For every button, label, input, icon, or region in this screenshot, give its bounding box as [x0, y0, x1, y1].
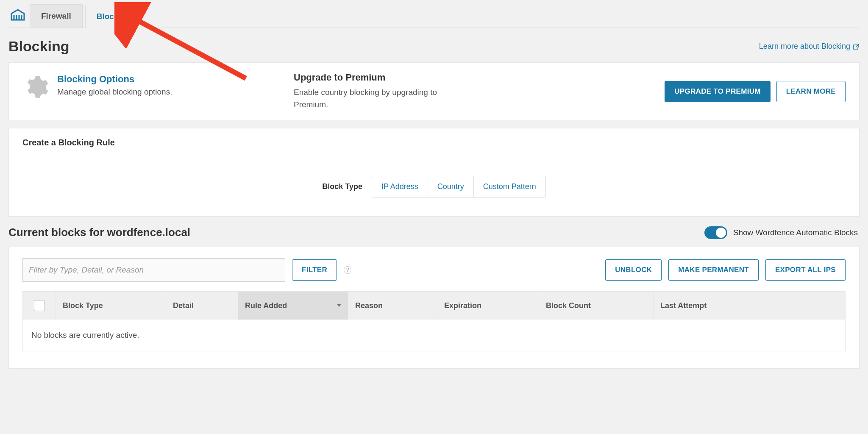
blocks-table: Block Type Detail Rule Added Reason Expi…: [22, 291, 846, 351]
help-icon[interactable]: ?: [344, 266, 351, 274]
table-header-rule-added[interactable]: Rule Added: [238, 292, 348, 320]
learn-more-blocking-link[interactable]: Learn more about Blocking: [759, 42, 860, 51]
blocking-options-card[interactable]: Blocking Options Manage global blocking …: [9, 63, 280, 120]
show-auto-blocks-label: Show Wordfence Automatic Blocks: [733, 228, 858, 237]
make-permanent-button[interactable]: MAKE PERMANENT: [668, 259, 759, 281]
table-header-select-all[interactable]: [23, 292, 56, 320]
sort-desc-icon: [337, 304, 341, 307]
block-type-custom[interactable]: Custom Pattern: [474, 176, 546, 198]
export-all-ips-button[interactable]: EXPORT ALL IPS: [765, 259, 846, 281]
tab-blocking[interactable]: Blocking: [85, 5, 142, 28]
create-blocking-rule-heading: Create a Blocking Rule: [9, 128, 859, 157]
block-type-country[interactable]: Country: [428, 176, 474, 198]
select-all-checkbox[interactable]: [34, 300, 45, 311]
table-empty-message: No blocks are currently active.: [23, 320, 845, 351]
block-type-label: Block Type: [322, 182, 362, 191]
block-type-ip[interactable]: IP Address: [372, 176, 428, 198]
upgrade-to-premium-button[interactable]: UPGRADE TO PREMIUM: [665, 81, 770, 102]
show-auto-blocks-toggle[interactable]: [704, 226, 727, 239]
external-link-icon: [853, 43, 860, 50]
table-header-reason[interactable]: Reason: [348, 292, 437, 320]
upgrade-premium-text: Enable country blocking by upgrading to …: [294, 86, 438, 111]
table-header-detail[interactable]: Detail: [166, 292, 238, 320]
unblock-button[interactable]: UNBLOCK: [605, 259, 662, 281]
tab-firewall[interactable]: Firewall: [30, 4, 83, 28]
current-blocks-heading: Current blocks for wordfence.local: [8, 226, 190, 239]
filter-button[interactable]: FILTER: [292, 259, 337, 281]
upgrade-premium-title: Upgrade to Premium: [294, 72, 438, 83]
blocking-options-title: Blocking Options: [57, 74, 172, 85]
wordfence-logo-icon: [8, 6, 27, 23]
learn-more-label: Learn more about Blocking: [759, 42, 850, 51]
blocking-options-subtitle: Manage global blocking options.: [57, 87, 172, 97]
filter-input[interactable]: [22, 258, 285, 282]
table-header-block-count[interactable]: Block Count: [539, 292, 654, 320]
table-header-expiration[interactable]: Expiration: [437, 292, 539, 320]
block-type-segmented: IP Address Country Custom Pattern: [372, 176, 546, 198]
table-header-block-type[interactable]: Block Type: [56, 292, 166, 320]
learn-more-premium-button[interactable]: LEARN MORE: [776, 81, 846, 102]
page-title: Blocking: [8, 38, 70, 55]
gear-icon: [22, 74, 49, 100]
table-header-last-attempt[interactable]: Last Attempt: [654, 292, 845, 320]
